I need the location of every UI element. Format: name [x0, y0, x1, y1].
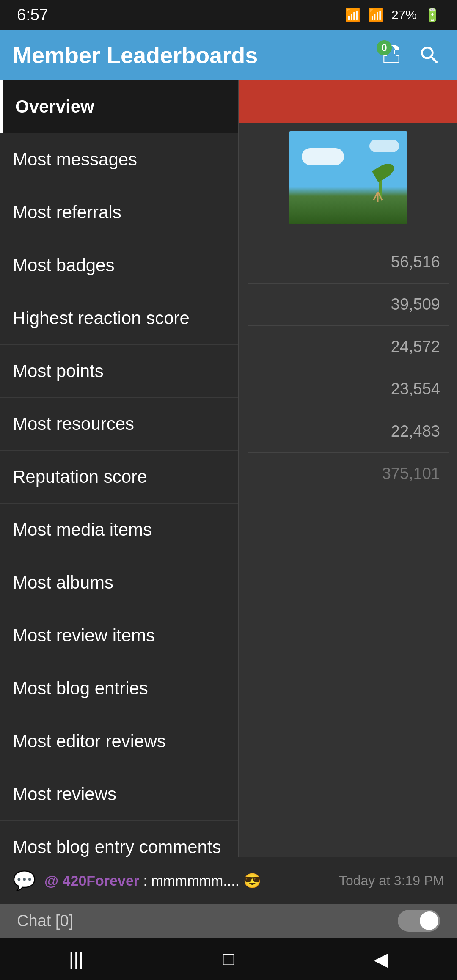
nav-menu-icon: ||| [69, 948, 83, 969]
chat-time: Today at 3:19 PM [339, 873, 444, 889]
drawer-item-most-resources[interactable]: Most resources [0, 398, 238, 451]
stat-value: 375,101 [382, 465, 440, 483]
drawer-item-most-review-items[interactable]: Most review items [0, 609, 238, 662]
stat-value: 39,509 [391, 295, 440, 314]
drawer-item-label: Most referrals [13, 202, 121, 223]
chat-username: @ 420Forever [44, 873, 139, 889]
drawer-item-overview[interactable]: Overview [0, 80, 238, 133]
cloud-2 [369, 140, 399, 152]
nav-home-button[interactable]: □ [212, 942, 245, 976]
chat-notification[interactable]: 💬 @ 420Forever : mmmmmm.... 😎 Today at 3… [0, 857, 457, 904]
stat-row: 22,483 [248, 410, 449, 453]
stat-value: 56,516 [391, 253, 440, 271]
drawer-item-label: Most albums [13, 573, 113, 593]
plant-leaf [372, 161, 396, 182]
stat-row: 56,516 [248, 241, 449, 284]
thumbnail-container [239, 123, 457, 233]
drawer-item-most-referrals[interactable]: Most referrals [0, 186, 238, 239]
notification-button[interactable]: 0 [377, 40, 406, 70]
wifi-icon: 📶 [345, 8, 361, 22]
stat-value: 24,572 [391, 338, 440, 356]
drawer-item-label: Most media items [13, 520, 152, 540]
header: Member Leaderboards 0 [0, 30, 457, 80]
drawer-item-label: Most points [13, 361, 104, 381]
status-icons: 📶 📶 27% 🔋 [345, 8, 440, 22]
drawer-item-most-points[interactable]: Most points [0, 345, 238, 398]
status-time: 6:57 [17, 6, 48, 24]
drawer-item-label: Most blog entry comments [13, 837, 221, 857]
drawer-item-label: Highest reaction score [13, 308, 190, 328]
main-content: Overview Most messages Most referrals Mo… [0, 80, 457, 862]
drawer-item-reputation-score[interactable]: Reputation score [0, 451, 238, 504]
thumbnail-image [289, 131, 407, 224]
plant-roots [367, 192, 388, 216]
stat-row: 23,554 [248, 368, 449, 410]
drawer-item-most-media-items[interactable]: Most media items [0, 504, 238, 556]
drawer-item-label: Most resources [13, 414, 134, 434]
drawer-item-most-albums[interactable]: Most albums [0, 556, 238, 609]
stats-list: 56,516 39,509 24,572 23,554 22,483 375,1… [239, 233, 457, 504]
drawer-item-label: Overview [15, 96, 94, 117]
header-icons: 0 [377, 40, 444, 70]
battery-icon: 🔋 [424, 8, 440, 22]
signal-icon: 📶 [368, 8, 384, 22]
stat-row: 24,572 [248, 326, 449, 368]
right-panel: 56,516 39,509 24,572 23,554 22,483 375,1… [239, 80, 457, 862]
stat-value: 22,483 [391, 422, 440, 440]
status-bar: 6:57 📶 📶 27% 🔋 [0, 0, 457, 30]
drawer-item-most-messages[interactable]: Most messages [0, 133, 238, 186]
battery-text: 27% [391, 8, 417, 22]
chat-bar-label: Chat [0] [17, 912, 73, 930]
drawer-item-label: Most review items [13, 625, 155, 646]
nav-menu-button[interactable]: ||| [59, 942, 93, 976]
notification-badge: 0 [377, 40, 392, 55]
right-panel-top-bar [239, 80, 457, 123]
nav-back-button[interactable]: ◀ [364, 942, 398, 976]
nav-back-icon: ◀ [374, 948, 388, 970]
cloud-1 [302, 148, 344, 165]
nav-home-icon: □ [223, 948, 234, 969]
stat-row: 39,509 [248, 284, 449, 326]
drawer-item-label: Most reviews [13, 784, 116, 804]
drawer-item-most-editor-reviews[interactable]: Most editor reviews [0, 715, 238, 768]
search-button[interactable] [415, 40, 444, 70]
stat-value: 23,554 [391, 380, 440, 398]
stat-row: 375,101 [248, 453, 449, 495]
chat-notification-icon: 💬 [13, 870, 36, 892]
drawer-item-most-reviews[interactable]: Most reviews [0, 768, 238, 821]
chat-message-text: : mmmmmm.... 😎 [143, 873, 261, 889]
chat-toggle[interactable] [398, 910, 440, 932]
drawer-item-highest-reaction-score[interactable]: Highest reaction score [0, 292, 238, 345]
drawer-item-label: Most editor reviews [13, 731, 166, 752]
drawer-item-most-blog-entry-comments[interactable]: Most blog entry comments [0, 821, 238, 862]
chat-bar: Chat [0] [0, 904, 457, 938]
drawer-item-most-blog-entries[interactable]: Most blog entries [0, 662, 238, 715]
search-icon [418, 44, 441, 67]
drawer: Overview Most messages Most referrals Mo… [0, 80, 239, 862]
nav-bar: ||| □ ◀ [0, 938, 457, 980]
drawer-item-label: Reputation score [13, 467, 147, 487]
drawer-item-label: Most blog entries [13, 678, 148, 699]
chat-message: @ 420Forever : mmmmmm.... 😎 [44, 872, 330, 889]
drawer-item-label: Most badges [13, 255, 114, 275]
drawer-item-most-badges[interactable]: Most badges [0, 239, 238, 292]
drawer-item-label: Most messages [13, 149, 137, 170]
header-title: Member Leaderboards [13, 42, 258, 68]
